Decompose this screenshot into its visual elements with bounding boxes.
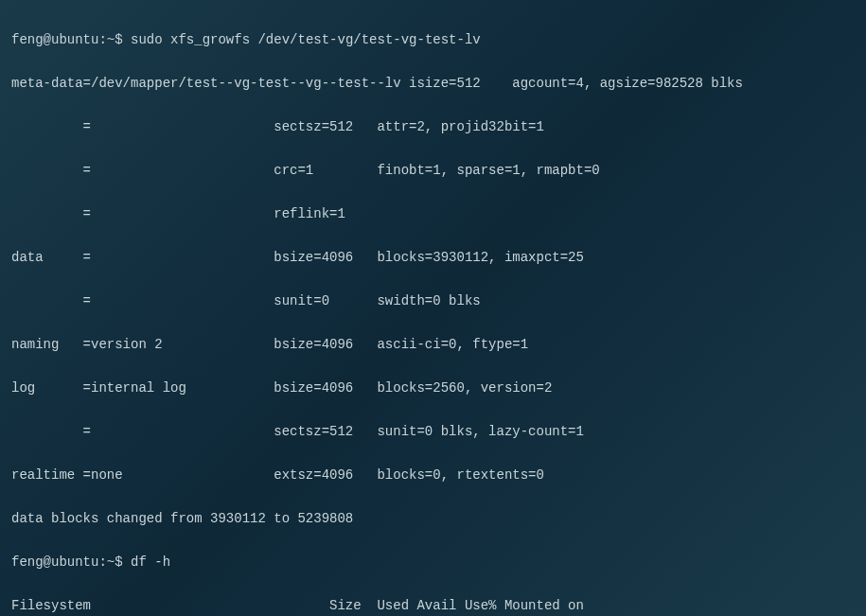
command-2: df -h	[131, 554, 170, 570]
xfs-output-line: = sunit=0 swidth=0 blks	[11, 290, 855, 312]
xfs-output-line: realtime =none extsz=4096 blocks=0, rtex…	[11, 465, 855, 486]
prompt-path: ~	[107, 554, 115, 570]
prompt-user: feng@ubuntu	[11, 554, 98, 570]
xfs-output-line: data = bsize=4096 blocks=3930112, imaxpc…	[11, 247, 855, 269]
command-1: sudo xfs_growfs /dev/test-vg/test-vg-tes…	[131, 32, 481, 47]
xfs-output-line: log =internal log bsize=4096 blocks=2560…	[11, 378, 855, 399]
prompt-path: ~	[107, 32, 115, 47]
prompt-dollar: $	[115, 32, 122, 47]
prompt-colon: :	[98, 32, 106, 47]
xfs-output-line: meta-data=/dev/mapper/test--vg-test--vg-…	[11, 73, 855, 95]
xfs-output-line: = crc=1 finobt=1, sparse=1, rmapbt=0	[11, 160, 855, 182]
xfs-output-line: = sectsz=512 sunit=0 blks, lazy-count=1	[11, 421, 855, 443]
xfs-output-line: data blocks changed from 3930112 to 5239…	[11, 508, 855, 530]
terminal[interactable]: feng@ubuntu:~$ sudo xfs_growfs /dev/test…	[0, 0, 866, 616]
df-header: Filesystem Size Used Avail Use% Mounted …	[11, 595, 855, 616]
prompt-line-2: feng@ubuntu:~$ df -h	[11, 552, 855, 573]
xfs-output-line: naming =version 2 bsize=4096 ascii-ci=0,…	[11, 334, 855, 356]
prompt-user: feng@ubuntu	[11, 32, 98, 47]
xfs-output-line: = sectsz=512 attr=2, projid32bit=1	[11, 116, 855, 138]
prompt-dollar: $	[115, 554, 122, 570]
xfs-output-line: = reflink=1	[11, 203, 855, 225]
prompt-line-1: feng@ubuntu:~$ sudo xfs_growfs /dev/test…	[11, 29, 855, 51]
prompt-colon: :	[98, 554, 106, 570]
